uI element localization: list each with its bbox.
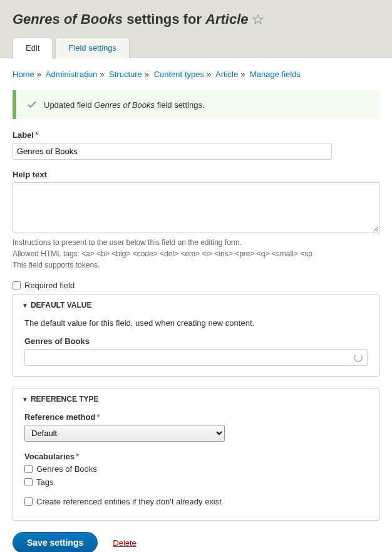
star-icon[interactable] bbox=[252, 14, 264, 25]
breadcrumb-article[interactable]: Article bbox=[215, 70, 238, 79]
caret-down-icon: ▼ bbox=[22, 302, 28, 309]
breadcrumb: Home» Administration» Structure» Content… bbox=[13, 70, 379, 79]
title-field-name: Genres of Books bbox=[13, 11, 123, 27]
check-icon bbox=[26, 99, 38, 110]
breadcrumb-structure[interactable]: Structure bbox=[109, 70, 142, 79]
status-field-name: Genres of Books bbox=[94, 100, 155, 110]
help-text-textarea[interactable] bbox=[13, 182, 379, 232]
caret-down-icon: ▼ bbox=[22, 396, 28, 403]
vocabularies-label: Vocabularies* bbox=[24, 452, 368, 461]
label-input[interactable] bbox=[13, 143, 332, 160]
create-referenced-label[interactable]: Create referenced entities if they don't… bbox=[36, 497, 222, 506]
help-desc-line1: Instructions to present to the user belo… bbox=[13, 237, 379, 248]
breadcrumb-admin[interactable]: Administration bbox=[46, 70, 97, 79]
breadcrumb-home[interactable]: Home bbox=[13, 70, 34, 79]
vocab-genres-label[interactable]: Genres of Books bbox=[36, 464, 97, 474]
default-value-field-label: Genres of Books bbox=[24, 336, 368, 346]
required-field-label[interactable]: Required field bbox=[24, 281, 75, 290]
help-desc-line2: Allowed HTML tags: <a> <b> <big> <code> … bbox=[13, 248, 379, 259]
save-button[interactable]: Save settings bbox=[13, 532, 98, 552]
help-desc-line3: This field supports tokens. bbox=[13, 259, 379, 271]
tab-field-settings[interactable]: Field settings bbox=[55, 37, 130, 58]
breadcrumb-manage-fields[interactable]: Manage fields bbox=[250, 70, 301, 79]
reference-type-fieldset: ▼ Reference Type Reference method* Defau… bbox=[13, 388, 379, 521]
title-content-type: Article bbox=[205, 11, 248, 27]
required-marker: * bbox=[35, 130, 38, 140]
vocab-tags-label[interactable]: Tags bbox=[36, 477, 53, 487]
default-value-input[interactable] bbox=[24, 349, 368, 366]
default-value-legend[interactable]: ▼ Default Value bbox=[13, 294, 379, 316]
form-actions: Save settings Delete bbox=[13, 532, 379, 552]
required-marker: * bbox=[96, 412, 100, 422]
default-value-desc: The default value for this field, used w… bbox=[24, 318, 368, 328]
help-text-label: Help text bbox=[13, 170, 379, 179]
reference-method-label: Reference method* bbox=[24, 412, 368, 422]
create-referenced-checkbox[interactable] bbox=[24, 497, 33, 506]
svg-marker-0 bbox=[253, 15, 262, 24]
reference-type-legend[interactable]: ▼ Reference Type bbox=[13, 388, 379, 410]
page-title: Genres of Books settings for Article bbox=[13, 11, 379, 28]
tab-edit[interactable]: Edit bbox=[13, 37, 53, 58]
vocab-tags-checkbox[interactable] bbox=[24, 478, 33, 486]
status-message: Updated field Genres of Books field sett… bbox=[13, 90, 379, 119]
required-field-checkbox[interactable] bbox=[13, 281, 21, 289]
vocab-genres-checkbox[interactable] bbox=[24, 465, 33, 473]
breadcrumb-content-types[interactable]: Content types bbox=[154, 70, 204, 79]
delete-link[interactable]: Delete bbox=[113, 538, 137, 548]
autocomplete-spinner-icon bbox=[354, 353, 363, 362]
label-label: Label* bbox=[13, 130, 379, 140]
required-marker: * bbox=[76, 452, 79, 461]
tabs: Edit Field settings bbox=[13, 37, 379, 58]
default-value-fieldset: ▼ Default Value The default value for th… bbox=[13, 294, 379, 377]
reference-method-select[interactable]: Default bbox=[24, 425, 225, 442]
